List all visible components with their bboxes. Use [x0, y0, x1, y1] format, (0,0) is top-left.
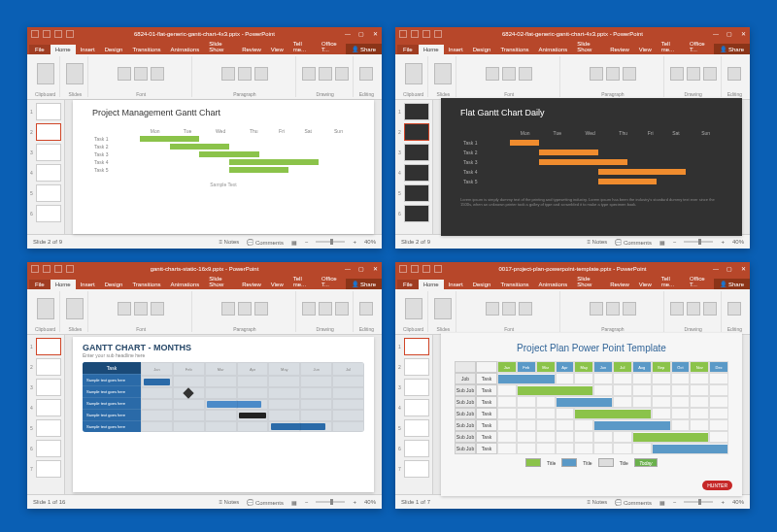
slide-counter: Slide 2 of 9 — [33, 239, 62, 245]
comments-button[interactable]: 💬 Comments — [247, 239, 284, 246]
tab-file[interactable]: File — [29, 45, 51, 54]
ribbon-tabs: File Home Insert Design Transitions Anim… — [27, 41, 382, 54]
maximize-button[interactable]: ▢ — [355, 27, 368, 41]
qat-icon[interactable] — [66, 30, 74, 38]
close-button[interactable]: ✕ — [736, 27, 750, 41]
window-title: 6824-01-flat-generic-gantt-chart-4x3.ppt… — [27, 31, 382, 37]
thumb-5[interactable]: 5 — [30, 184, 61, 202]
quickstyles-icon[interactable] — [335, 67, 349, 81]
tab-slideshow[interactable]: Slide Show — [204, 39, 237, 54]
tab-view[interactable]: View — [266, 45, 288, 54]
thumb-4[interactable]: 4 — [30, 164, 61, 182]
minimize-button[interactable]: — — [341, 27, 355, 41]
slide-canvas[interactable]: GANTT CHART - MONTHS Enter your sub head… — [73, 337, 374, 492]
zoom-in-button[interactable]: + — [353, 239, 356, 245]
tab-review[interactable]: Review — [237, 45, 266, 54]
tab-animations[interactable]: Animations — [166, 45, 205, 54]
titlebar[interactable]: 6824-02-flat-generic-gantt-chart-4x3.ppt… — [395, 27, 750, 41]
paste-icon[interactable] — [37, 63, 54, 84]
share-button[interactable]: Share — [346, 44, 382, 54]
notes-button[interactable]: ≡ Notes — [219, 239, 239, 245]
slide-canvas[interactable]: Project Plan Power Point Template JobTas… — [441, 333, 742, 496]
thumb-2[interactable]: 2 — [30, 123, 61, 141]
powerpoint-window-1: 6824-01-flat-generic-gantt-chart-4x3.ppt… — [27, 27, 382, 249]
powerpoint-window-3: gantt-charts-static-16x9.pptx - PowerPoi… — [27, 262, 382, 509]
slide-thumbnails: 1 2 3 4 5 6 — [27, 100, 65, 234]
minimize-button[interactable]: — — [709, 27, 723, 41]
view-normal-icon[interactable]: ▦ — [291, 239, 297, 246]
titlebar[interactable]: 6824-01-flat-generic-gantt-chart-4x3.ppt… — [27, 27, 382, 41]
tab-home[interactable]: Home — [51, 45, 76, 54]
thumb-1[interactable]: 1 — [30, 103, 61, 120]
zoom-out-button[interactable]: − — [305, 239, 309, 245]
qat-icon[interactable] — [43, 30, 51, 38]
thumb-6[interactable]: 6 — [30, 205, 61, 222]
zoom-slider[interactable] — [316, 241, 345, 243]
tab-design[interactable]: Design — [100, 45, 128, 54]
tab-tellme[interactable]: Tell me... — [288, 39, 317, 54]
maximize-button[interactable]: ▢ — [723, 27, 736, 41]
ribbon: Clipboard Slides Font Paragraph Drawing … — [27, 54, 382, 100]
thumb-3[interactable]: 3 — [30, 144, 61, 161]
slide-title: Project Management Gantt Chart — [92, 108, 355, 117]
statusbar: Slide 2 of 9 ≡ Notes 💬 Comments ▦ −+ 40% — [27, 234, 382, 249]
powerpoint-window-2: 6824-02-flat-generic-gantt-chart-4x3.ppt… — [395, 27, 750, 249]
tab-insert[interactable]: Insert — [76, 45, 100, 54]
tab-office[interactable]: Office T... — [317, 39, 346, 54]
tab-transitions[interactable]: Transitions — [127, 45, 165, 54]
newslide-icon[interactable] — [66, 63, 84, 84]
qat-icon[interactable] — [54, 30, 62, 38]
arrange-icon[interactable] — [319, 67, 332, 81]
editing-icon[interactable] — [359, 67, 373, 81]
slide-canvas[interactable]: Flat Gantt Chart Daily MonTueWedThuFriSa… — [441, 98, 742, 236]
qat-icon[interactable] — [31, 30, 39, 38]
today-marker: Today — [634, 458, 658, 467]
zoom-level[interactable]: 40% — [364, 239, 376, 245]
slide-canvas[interactable]: Project Management Gantt Chart MonTueWed… — [73, 100, 374, 234]
powerpoint-window-4: 0017-project-plan-powerpoint-template.pp… — [395, 262, 750, 509]
shapes-icon[interactable] — [302, 67, 316, 81]
window-title: 6824-02-flat-generic-gantt-chart-4x3.ppt… — [395, 31, 750, 37]
close-button[interactable]: ✕ — [368, 27, 382, 41]
hunter-badge: HUNTER — [702, 481, 732, 490]
